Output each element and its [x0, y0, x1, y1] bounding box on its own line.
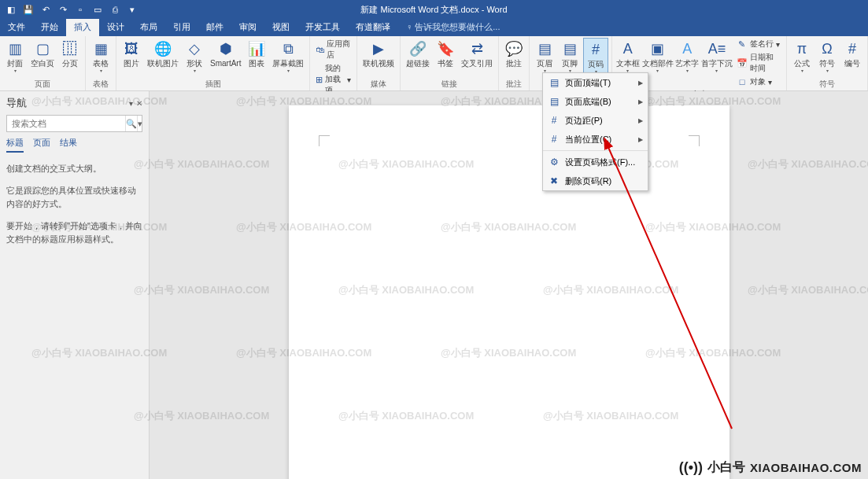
word-icon: ◧	[5, 3, 17, 16]
footer-brand: ((•)) 小白号 XIAOBAIHAO.COM	[679, 459, 862, 476]
header-button[interactable]: ▤页眉▾	[533, 38, 556, 75]
picture-button[interactable]: 🖼图片	[120, 38, 143, 69]
tab-file[interactable]: 文件	[0, 18, 33, 36]
ribbon-tabs: 文件 开始 插入 设计 布局 引用 邮件 审阅 视图 开发工具 有道翻译 ♀ 告…	[0, 19, 868, 36]
wordart-icon: A	[678, 39, 696, 58]
signature-line-button[interactable]: ✎签名行 ▾	[734, 38, 783, 50]
group-label-comments: 批注	[502, 78, 526, 90]
new-icon[interactable]: ▫	[74, 3, 87, 16]
page-number-icon: #	[586, 40, 605, 59]
equation-button[interactable]: π公式▾	[790, 38, 814, 75]
crossref-icon: ⇄	[467, 39, 486, 58]
document-page[interactable]	[289, 105, 729, 479]
blank-page-button[interactable]: ▢空白页	[28, 38, 57, 69]
print-icon[interactable]: ⎙	[109, 3, 121, 16]
tab-youdao[interactable]: 有道翻译	[348, 18, 398, 36]
footer-icon: ▤	[560, 39, 579, 58]
search-options-icon[interactable]: ▾	[137, 116, 142, 131]
group-label-tables: 表格	[89, 78, 113, 90]
menu-page-margins[interactable]: #页边距(P)▶	[543, 111, 648, 130]
quick-parts-button[interactable]: ▣文档部件▾	[642, 38, 674, 75]
group-label-pages: 页面	[3, 78, 82, 90]
main-area: 导航 ▾ ✕ 🔍 ▾ 标题 页面 结果 创建文档的交互式大纲。 它是跟踪您的具体…	[0, 91, 868, 479]
comment-button[interactable]: 💬批注	[502, 38, 526, 69]
page-number-button[interactable]: #页码▾	[583, 38, 608, 76]
tab-view[interactable]: 视图	[264, 18, 297, 36]
smartart-button[interactable]: ⬢SmartArt	[208, 38, 243, 69]
save-icon[interactable]: 💾	[22, 3, 35, 16]
dropcap-button[interactable]: A≡首字下沉▾	[701, 38, 733, 75]
number-icon: #	[843, 39, 862, 58]
menu-page-top[interactable]: ▤页面顶端(T)▶	[543, 73, 648, 92]
page-margins-icon: #	[548, 114, 560, 127]
search-input[interactable]	[7, 116, 125, 131]
picture-icon: 🖼	[122, 39, 141, 58]
bookmark-button[interactable]: 🔖书签	[434, 38, 457, 69]
group-illustrations: 🖼图片 🌐联机图片 ◇形状▾ ⬢SmartArt 📊图表 ⧉屏幕截图▾ 插图	[116, 36, 310, 90]
textbox-button[interactable]: A文本框▾	[615, 38, 641, 75]
datetime-icon: 📅	[737, 57, 748, 68]
hyperlink-button[interactable]: 🔗超链接	[404, 38, 432, 69]
page-bottom-icon: ▤	[548, 95, 560, 108]
tab-insert[interactable]: 插入	[66, 18, 99, 36]
chart-icon: 📊	[247, 39, 266, 58]
ribbon: ▥封面▾ ▢空白页 ⿲分页 页面 ▦表格▾ 表格 🖼图片 🌐联机图片 ◇形状▾ …	[0, 36, 868, 91]
datetime-button[interactable]: 📅日期和时间	[734, 51, 783, 75]
shapes-button[interactable]: ◇形状▾	[183, 38, 206, 75]
cover-page-button[interactable]: ▥封面▾	[3, 38, 27, 75]
tell-me-box[interactable]: ♀ 告诉我您想要做什么...	[398, 18, 508, 36]
nav-hint-1: 创建文档的交互式大纲。	[6, 162, 142, 176]
brand-logo-icon: ((•))	[679, 459, 703, 476]
nav-close-icon[interactable]: ✕	[136, 99, 142, 108]
tab-layout[interactable]: 布局	[132, 18, 165, 36]
number-button[interactable]: #编号	[840, 38, 864, 69]
group-label-links: 链接	[404, 78, 495, 90]
search-icon[interactable]: 🔍	[125, 116, 137, 131]
table-button[interactable]: ▦表格▾	[89, 38, 113, 75]
chart-button[interactable]: 📊图表	[245, 38, 268, 69]
symbol-button[interactable]: Ω符号▾	[815, 38, 839, 75]
tab-references[interactable]: 引用	[165, 18, 198, 36]
group-addins: 🛍应用商店 ⊞我的加载项 ▾ 加载项	[310, 36, 357, 90]
page-top-icon: ▤	[548, 76, 560, 89]
footer-button[interactable]: ▤页脚▾	[558, 38, 582, 75]
document-area[interactable]	[150, 91, 868, 479]
page-break-button[interactable]: ⿲分页	[58, 38, 82, 69]
nav-dropdown-icon[interactable]: ▾	[129, 99, 133, 108]
menu-format-page-numbers[interactable]: ⚙设置页码格式(F)...	[543, 153, 648, 171]
redo-icon[interactable]: ↷	[57, 3, 69, 16]
signature-icon: ✎	[737, 39, 748, 50]
nav-tab-pages[interactable]: 页面	[33, 137, 50, 153]
quick-access-toolbar: ◧ 💾 ↶ ↷ ▫ ▭ ⎙ ▾	[0, 3, 139, 16]
tab-review[interactable]: 审阅	[231, 18, 264, 36]
menu-remove-page-numbers[interactable]: ✖删除页码(R)	[543, 171, 648, 190]
wordart-button[interactable]: A艺术字▾	[674, 38, 700, 75]
online-video-button[interactable]: ▶联机视频	[360, 38, 397, 69]
tab-design[interactable]: 设计	[99, 18, 132, 36]
store-button[interactable]: 🛍应用商店	[313, 38, 353, 61]
online-picture-button[interactable]: 🌐联机图片	[145, 38, 181, 69]
blank-page-icon: ▢	[33, 39, 52, 58]
crossref-button[interactable]: ⇄交叉引用	[459, 38, 495, 69]
tab-mailings[interactable]: 邮件	[198, 18, 231, 36]
tell-me-label: 告诉我您想要做什么...	[415, 22, 500, 31]
open-icon[interactable]: ▭	[91, 3, 104, 16]
tab-developer[interactable]: 开发工具	[297, 18, 348, 36]
nav-hint-3: 要开始，请转到"开始"选项卡，并向文档中的标题应用标题样式。	[6, 219, 142, 247]
bookmark-icon: 🔖	[436, 39, 455, 58]
format-page-num-icon: ⚙	[548, 156, 560, 168]
my-addins-icon: ⊞	[316, 74, 323, 85]
nav-tab-headings[interactable]: 标题	[6, 137, 24, 153]
nav-tab-results[interactable]: 结果	[60, 137, 77, 153]
group-label-illustrations: 插图	[120, 78, 306, 90]
search-box[interactable]: 🔍 ▾	[6, 115, 142, 132]
tab-home[interactable]: 开始	[33, 18, 66, 36]
object-button[interactable]: □对象 ▾	[734, 76, 783, 88]
undo-icon[interactable]: ↶	[39, 3, 52, 16]
window-title: 新建 Microsoft Word 文档.docx - Word	[360, 4, 507, 16]
qat-more-icon[interactable]: ▾	[126, 3, 139, 16]
screenshot-button[interactable]: ⧉屏幕截图▾	[270, 38, 306, 75]
menu-current-position[interactable]: #当前位置(C)▶	[543, 130, 648, 149]
menu-page-bottom[interactable]: ▤页面底端(B)▶	[543, 92, 648, 111]
nav-tabs: 标题 页面 结果	[6, 137, 142, 153]
